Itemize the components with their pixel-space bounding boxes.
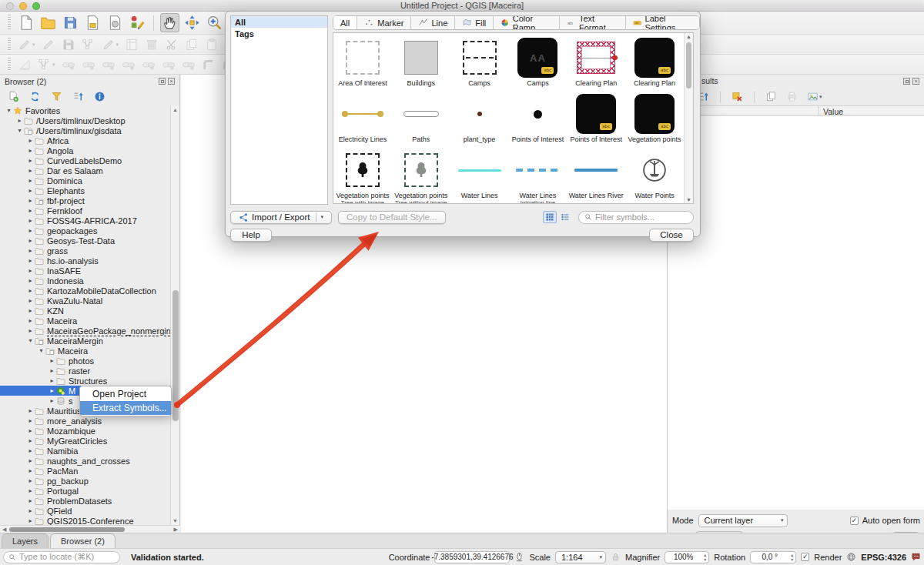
- delete-selected-button[interactable]: [143, 36, 160, 53]
- render-checkbox[interactable]: ✓: [801, 553, 809, 561]
- vertex-tool-button[interactable]: ▾: [100, 36, 121, 53]
- properties-button[interactable]: [92, 89, 107, 104]
- tree-item[interactable]: ▸KZN: [0, 306, 171, 316]
- save-edits-button[interactable]: [60, 36, 77, 53]
- category-tags[interactable]: Tags: [231, 28, 327, 39]
- tree-item[interactable]: ▸Geosys-Test-Data: [0, 236, 171, 246]
- symbol-item[interactable]: Electricity Lines: [333, 92, 392, 149]
- tree-item[interactable]: ▸QField: [0, 506, 171, 516]
- tree-item[interactable]: ▸hs.io-analysis: [0, 256, 171, 266]
- expand-arrow-icon[interactable]: ▸: [26, 327, 35, 334]
- expand-arrow-icon[interactable]: ▸: [26, 137, 35, 144]
- copy-feature-button[interactable]: [764, 89, 778, 104]
- topology-tool-6-button[interactable]: [160, 56, 177, 73]
- tree-item[interactable]: ▸MaceiraGeoPackage_nonmergin: [0, 326, 171, 336]
- style-manager-button[interactable]: [128, 13, 147, 32]
- tree-item[interactable]: ▸/Users/timlinux/Desktop: [0, 115, 171, 125]
- refresh-button[interactable]: [28, 89, 42, 104]
- help-button[interactable]: Help: [230, 229, 272, 242]
- tree-item[interactable]: ▸fbf-project: [0, 196, 171, 206]
- symbol-item[interactable]: AAabcCamps: [509, 36, 567, 92]
- add-feature-button[interactable]: [80, 36, 97, 53]
- trace-tool-1-button[interactable]: [200, 56, 217, 73]
- expand-arrow-icon[interactable]: ▸: [26, 317, 35, 324]
- scrollbar-thumb[interactable]: [9, 527, 125, 532]
- scroll-up-icon[interactable]: ▲: [171, 107, 179, 112]
- magnifier-spinbox[interactable]: 100% ▲▼: [665, 551, 709, 563]
- tree-item[interactable]: ▸Portugal: [0, 486, 171, 496]
- identify-by-area-button[interactable]: ▾: [805, 89, 824, 104]
- print-response-button[interactable]: [785, 89, 799, 104]
- tree-item[interactable]: ▸photos: [0, 356, 171, 366]
- dock-tab-layers[interactable]: Layers: [2, 533, 49, 548]
- collapse-arrow-icon[interactable]: ▾: [5, 107, 13, 114]
- scrollbar-thumb[interactable]: [686, 42, 691, 89]
- menu-item[interactable]: Extract Symbols...: [80, 401, 171, 415]
- collapse-arrow-icon[interactable]: ▾: [26, 337, 35, 344]
- expand-arrow-icon[interactable]: ▸: [26, 427, 35, 434]
- symbol-item[interactable]: Water LinesIrrigation line: [509, 149, 567, 204]
- expand-arrow-icon[interactable]: ▸: [26, 177, 35, 184]
- expand-arrow-icon[interactable]: ▸: [26, 457, 35, 464]
- icon-view-button[interactable]: [543, 211, 557, 223]
- tree-item[interactable]: ▸Angola: [0, 145, 171, 155]
- tree-item[interactable]: ▾/Users/timlinux/gisdata: [0, 125, 171, 135]
- tree-item[interactable]: ▸Mozambique: [0, 426, 171, 436]
- menu-item[interactable]: Open Project: [80, 387, 171, 401]
- tree-item[interactable]: ▸Maceira: [0, 316, 171, 326]
- paste-features-button[interactable]: [203, 36, 220, 53]
- symbol-item[interactable]: Water Points: [625, 149, 684, 204]
- expand-arrow-icon[interactable]: ▸: [26, 307, 35, 314]
- attributes-form-button[interactable]: [123, 36, 140, 53]
- spin-arrows-icon[interactable]: ▲▼: [703, 553, 707, 563]
- toolbar-grip[interactable]: [8, 15, 11, 30]
- add-selected-layers-button[interactable]: [6, 89, 21, 104]
- float-panel-icon[interactable]: [903, 78, 910, 85]
- toolbar-grip[interactable]: [8, 38, 11, 52]
- tab-label-settings[interactable]: Label Settings: [625, 16, 699, 29]
- expand-arrow-icon[interactable]: ▸: [26, 437, 35, 444]
- tree-item[interactable]: ▸Namibia: [0, 446, 171, 456]
- symbol-item[interactable]: Area Of Interest: [333, 36, 392, 92]
- tab-fill[interactable]: Fill: [454, 16, 493, 29]
- tree-item[interactable]: ▸InaSAFE: [0, 266, 171, 276]
- tree-item[interactable]: ▸KartozaMobileDataCollection: [0, 286, 171, 296]
- expand-arrow-icon[interactable]: ▸: [26, 227, 35, 234]
- symbol-item[interactable]: Camps: [450, 36, 509, 92]
- pan-to-selection-button[interactable]: [182, 13, 202, 32]
- expand-arrow-icon[interactable]: ▸: [26, 407, 35, 414]
- tree-item[interactable]: ▾Favorites: [0, 105, 171, 115]
- dropdown-arrow-icon[interactable]: ▾: [32, 42, 35, 48]
- expand-arrow-icon[interactable]: ▸: [48, 387, 56, 394]
- expand-arrow-icon[interactable]: ▸: [26, 287, 35, 294]
- symbol-grid-scrollbar[interactable]: ▲ ▼: [684, 33, 693, 203]
- symbol-item[interactable]: Vegetation pointsTree with image: [333, 149, 392, 204]
- symbol-item[interactable]: Vegetation pointsTree without image: [392, 149, 450, 204]
- toolbar-grip[interactable]: [8, 58, 11, 72]
- tree-item[interactable]: ▸geopackages: [0, 226, 171, 236]
- tab-text-format[interactable]: Text Format: [559, 16, 625, 29]
- expand-arrow-icon[interactable]: ▸: [48, 377, 56, 384]
- tree-item[interactable]: ▸Indonesia: [0, 276, 171, 286]
- expand-arrow-icon[interactable]: ▸: [26, 187, 35, 194]
- tab-marker[interactable]: Marker: [357, 16, 410, 29]
- expand-arrow-icon[interactable]: ▸: [26, 477, 35, 484]
- toggle-editing-button[interactable]: [40, 36, 57, 53]
- scroll-down-icon[interactable]: ▼: [171, 518, 179, 523]
- symbol-item[interactable]: Paths: [392, 92, 450, 149]
- collapse-arrow-icon[interactable]: ▾: [15, 127, 24, 134]
- tree-item[interactable]: ▸more_analysis: [0, 416, 171, 426]
- expand-arrow-icon[interactable]: ▸: [26, 157, 35, 164]
- tree-item[interactable]: ▸Elephants: [0, 186, 171, 196]
- log-messages-icon[interactable]: [911, 552, 921, 562]
- lock-scale-icon[interactable]: [611, 552, 621, 562]
- coordinate-input[interactable]: -7.3859301,39.4126676: [434, 551, 510, 563]
- spin-arrows-icon[interactable]: ▲▼: [790, 553, 794, 563]
- zoom-in-button[interactable]: [205, 13, 224, 32]
- symbol-item[interactable]: Water Lines River: [567, 149, 625, 204]
- clear-results-button[interactable]: [730, 89, 745, 104]
- expand-arrow-icon[interactable]: ▸: [26, 487, 35, 494]
- float-panel-icon[interactable]: [159, 78, 166, 85]
- browser-vertical-scrollbar[interactable]: ▲ ▼: [170, 105, 179, 525]
- list-view-button[interactable]: [558, 211, 572, 223]
